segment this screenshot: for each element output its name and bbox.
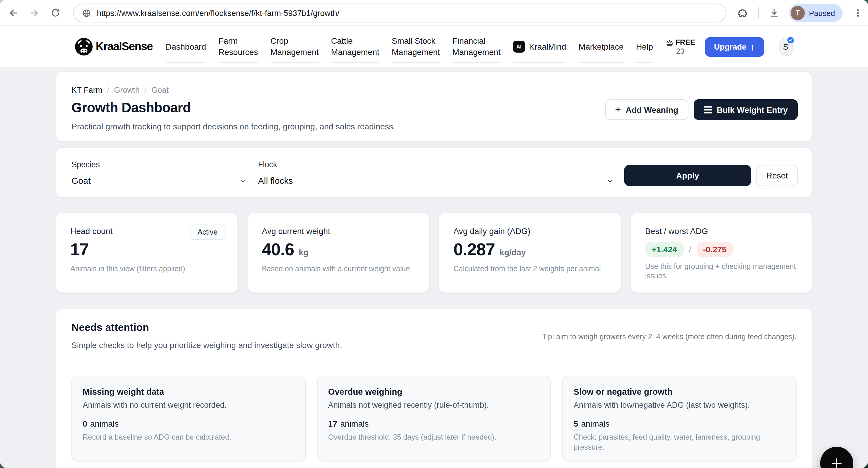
browser-profile-avatar: T — [790, 6, 805, 20]
toolbar-divider — [758, 7, 760, 19]
species-select[interactable]: Goat — [71, 175, 246, 185]
forward-arrow-icon — [29, 8, 39, 18]
plus-icon — [830, 457, 843, 468]
filter-card: Species Goat Flock All flocks Apply — [56, 147, 812, 198]
count-number: 0 — [83, 419, 87, 429]
browser-toolbar: https://www.kraalsense.com/en/flocksense… — [0, 0, 868, 26]
attention-card-missing-weight: Missing weight data Animals with no curr… — [71, 376, 306, 462]
nav-label: KraalMind — [529, 41, 566, 52]
stat-unit: kg — [299, 247, 309, 257]
nav-label: Marketplace — [579, 41, 624, 52]
active-badge[interactable]: Active — [190, 225, 225, 240]
back-button[interactable] — [8, 8, 19, 18]
species-field: Species Goat — [71, 160, 246, 185]
nav-underline — [579, 62, 624, 63]
stat-title: Best / worst ADG — [645, 226, 799, 236]
reset-button[interactable]: Reset — [756, 165, 798, 186]
nav-item-dashboard[interactable]: Dashboard — [166, 26, 206, 67]
nav-item-cattle-management[interactable]: Cattle Management — [331, 26, 379, 67]
browser-menu-button[interactable] — [852, 8, 863, 18]
nav-item-small-stock-management[interactable]: Small Stock Management — [392, 26, 440, 67]
hamburger-icon — [704, 106, 712, 113]
page-body: KT Farm / Growth / Goat Growth Dashboard… — [0, 67, 868, 468]
count-suffix: animals — [581, 419, 610, 429]
nav-label: Small Stock — [392, 36, 440, 47]
up-arrow-icon: ↑ — [750, 42, 755, 52]
flock-label: Flock — [258, 160, 614, 169]
download-icon — [769, 8, 779, 18]
nav-underline — [392, 62, 440, 63]
nav-underline — [271, 62, 318, 63]
hero-card: KT Farm / Growth / Goat Growth Dashboard… — [56, 71, 812, 142]
nav-item-kraalmind[interactable]: AI KraalMind — [513, 26, 566, 67]
bulk-weight-entry-button[interactable]: Bulk Weight Entry — [693, 99, 798, 120]
nav-label: Management — [452, 47, 500, 58]
nav-label: Farm — [218, 36, 258, 47]
download-button[interactable] — [769, 8, 779, 18]
extensions-button[interactable] — [737, 8, 748, 18]
nav-item-help[interactable]: Help — [636, 26, 653, 67]
back-arrow-icon — [8, 8, 19, 18]
nav-item-financial-management[interactable]: Financial Management — [452, 26, 500, 67]
nav-item-marketplace[interactable]: Marketplace — [579, 26, 624, 67]
nav-label: Crop — [271, 36, 318, 47]
nav-label: Financial — [452, 36, 500, 47]
bull-icon — [74, 37, 93, 56]
nav-label: Management — [271, 47, 318, 58]
nav-item-crop-management[interactable]: Crop Management — [271, 26, 318, 67]
nav-label: Management — [331, 47, 379, 58]
url-text[interactable]: https://www.kraalsense.com/en/flocksense… — [97, 8, 340, 18]
nav-item-farm-resources[interactable]: Farm Resources — [218, 26, 258, 67]
species-label: Species — [71, 160, 246, 169]
card-desc: Animals not weighed recently (rule-of-th… — [328, 401, 540, 409]
brand-logo[interactable]: KraalSense — [74, 37, 153, 56]
breadcrumb-item-goat: Goat — [151, 86, 169, 94]
reload-button[interactable] — [50, 8, 61, 18]
nav-underline — [166, 62, 206, 63]
chevron-down-icon — [239, 177, 246, 184]
breadcrumb-separator: / — [144, 86, 147, 94]
add-weaning-button[interactable]: + Add Weaning — [605, 99, 688, 120]
flock-select[interactable]: All flocks — [258, 175, 614, 185]
nav-label: Dashboard — [166, 41, 206, 52]
nav-label: Help — [636, 41, 653, 52]
plan-count: 23 — [676, 47, 684, 55]
flock-field: Flock All flocks — [258, 160, 614, 185]
card-title: Overdue weighing — [328, 387, 540, 397]
card-count: 5animals — [574, 419, 785, 429]
count-suffix: animals — [90, 419, 119, 429]
stat-title: Avg current weight — [262, 226, 416, 236]
add-weaning-label: Add Weaning — [626, 105, 678, 114]
chevron-down-icon — [607, 177, 614, 184]
breadcrumb-separator: / — [107, 86, 110, 94]
reload-icon — [50, 8, 61, 18]
user-avatar[interactable]: S — [779, 37, 793, 56]
apply-button[interactable]: Apply — [624, 165, 751, 186]
attention-card-slow-growth: Slow or negative growth Animals with low… — [562, 376, 797, 462]
puzzle-icon — [737, 8, 748, 18]
worst-adg-badge: -0.275 — [696, 242, 733, 257]
adg-separator: / — [689, 245, 691, 254]
nav-label: Cattle — [331, 36, 379, 47]
card-desc: Animals with low/negative ADG (last two … — [574, 401, 785, 409]
bulk-weight-label: Bulk Weight Entry — [717, 105, 788, 114]
site-navbar: KraalSense Dashboard Farm Resources Crop… — [0, 26, 868, 67]
stat-unit: kg/day — [500, 247, 526, 257]
stat-card-best-worst-adg: Best / worst ADG +1.424 / -0.275 Use thi… — [630, 212, 812, 293]
globe-icon — [82, 8, 91, 18]
stat-value: 17 — [70, 240, 89, 259]
upgrade-button[interactable]: Upgrade ↑ — [705, 37, 764, 56]
card-note: Overdue threshold: 35 days (adjust later… — [328, 433, 540, 443]
browser-profile-chip[interactable]: T Paused — [789, 4, 843, 22]
section-title: Needs attention — [71, 321, 342, 334]
forward-button[interactable] — [29, 8, 39, 18]
page: KraalSense Dashboard Farm Resources Crop… — [0, 26, 868, 468]
stat-caption: Calculated from the last 2 weights per a… — [454, 264, 607, 274]
section-subtitle: Simple checks to help you prioritize wei… — [71, 340, 342, 350]
flock-value: All flocks — [258, 175, 293, 185]
stat-caption: Based on animals with a current weight v… — [262, 264, 416, 274]
verified-badge-icon — [787, 36, 794, 43]
breadcrumb-item-growth: Growth — [114, 86, 140, 94]
url-bar[interactable]: https://www.kraalsense.com/en/flocksense… — [73, 4, 726, 23]
breadcrumb-item-farm[interactable]: KT Farm — [71, 86, 102, 94]
